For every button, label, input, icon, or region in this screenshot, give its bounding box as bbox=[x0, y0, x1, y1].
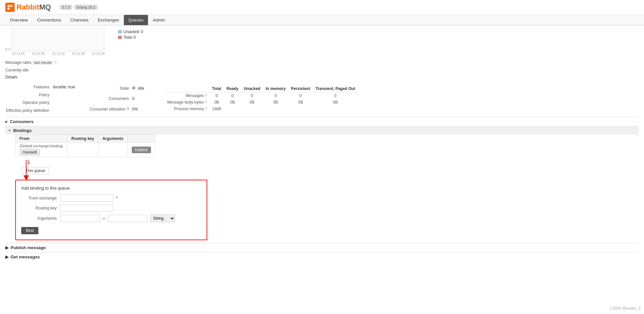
process-memory-unacked bbox=[241, 106, 263, 112]
binding-routing-cell bbox=[67, 143, 98, 157]
routing-key-label: Routing key: bbox=[21, 206, 58, 210]
msg-rates-question[interactable]: ? bbox=[55, 61, 57, 65]
state-value: idle bbox=[132, 83, 144, 93]
from-exchange-row: From exchange: * bbox=[21, 195, 201, 202]
svg-rect-2 bbox=[8, 8, 10, 10]
process-memory-inmemory bbox=[263, 106, 288, 112]
legend-dot-unacked bbox=[118, 30, 122, 33]
arguments-val-input[interactable] bbox=[108, 215, 148, 222]
from-exchange-input[interactable] bbox=[60, 195, 113, 202]
unbind-button[interactable]: Unbind bbox=[132, 147, 151, 153]
process-memory-ready bbox=[224, 106, 241, 112]
nav-admin[interactable]: Admin bbox=[148, 15, 170, 25]
required-indicator: * bbox=[116, 196, 118, 201]
nav-overview[interactable]: Overview bbox=[5, 15, 32, 25]
col-total: Total bbox=[209, 85, 224, 92]
col-inmemory: In memory bbox=[263, 85, 288, 92]
routing-key-input[interactable] bbox=[60, 204, 113, 212]
binding-maxwell-button[interactable]: maxwell bbox=[20, 149, 40, 156]
operator-policy-value bbox=[53, 99, 75, 107]
queue-stats-wrapper: Total Ready Unacked In memory Persistent… bbox=[165, 83, 358, 115]
chart-area bbox=[12, 28, 104, 51]
body-bytes-ready: 0B bbox=[224, 99, 241, 106]
legend-unacked-value: 0 bbox=[141, 29, 143, 34]
this-queue-label: This queue bbox=[22, 167, 49, 174]
consumer-utilisation-question[interactable]: ? bbox=[127, 107, 129, 112]
arrow-down-indicator: ⇓ bbox=[15, 157, 42, 167]
legend-total-value: 0 bbox=[133, 35, 136, 40]
nav-queues[interactable]: Queues bbox=[124, 15, 148, 25]
bindings-table: From Routing key Arguments (Default exch… bbox=[15, 135, 155, 157]
main-content: 0.0 15:11:50 15:12:00 15:12:10 15:12:20 … bbox=[0, 25, 644, 261]
messages-inmemory: 0 bbox=[263, 92, 288, 99]
logo-bold: MQ bbox=[39, 3, 51, 11]
table-row: (Default exchange binding) maxwell bbox=[16, 143, 155, 157]
get-messages-arrow-icon: ▶ bbox=[5, 254, 9, 259]
process-memory-persistent bbox=[288, 106, 313, 112]
bindings-arrow-icon: ▼ bbox=[8, 129, 11, 132]
messages-ready: 0 bbox=[224, 92, 241, 99]
arguments-key-input[interactable] bbox=[60, 215, 100, 222]
legend: Unacked 0 Total 0 bbox=[118, 29, 143, 41]
consumers-section-label: Consumers bbox=[10, 119, 34, 124]
currently-idle: Currently idle bbox=[5, 67, 639, 73]
svg-rect-1 bbox=[10, 5, 12, 7]
logo-icon bbox=[5, 3, 15, 12]
default-exchange-label: (Default exchange binding) bbox=[20, 144, 63, 148]
svg-rect-0 bbox=[8, 5, 10, 7]
bind-button[interactable]: Bind bbox=[21, 227, 38, 234]
messages-persistent: 0 bbox=[288, 92, 313, 99]
details-middle-table: State idle Consumers 0 Consumer utilisat… bbox=[89, 83, 145, 115]
x-label-1: 15:11:50 bbox=[12, 52, 25, 56]
details-left-table: Features durable: true Policy Operator p… bbox=[5, 83, 76, 115]
this-queue-indicator: This queue bbox=[22, 167, 639, 174]
chart-x-labels: 15:11:50 15:12:00 15:12:10 15:12:20 15:1… bbox=[12, 52, 105, 56]
routing-key-row: Routing key: bbox=[21, 204, 201, 212]
body-bytes-persistent: 0B bbox=[288, 99, 313, 106]
binding-col-routing: Routing key bbox=[67, 135, 98, 143]
nav-channels[interactable]: Channels bbox=[66, 15, 93, 25]
details-content: Features durable: true Policy Operator p… bbox=[5, 81, 639, 117]
state-text: idle bbox=[138, 86, 144, 91]
legend-total: Total 0 bbox=[118, 35, 143, 40]
nav-exchanges[interactable]: Exchanges bbox=[93, 15, 124, 25]
effective-policy-label: Effective policy definition bbox=[6, 107, 52, 114]
add-binding-title: Add binding to this queue bbox=[21, 186, 201, 191]
effective-policy-value bbox=[53, 107, 75, 114]
consumers-section-header[interactable]: ▶ Consumers bbox=[5, 117, 639, 126]
x-label-2: 15:12:00 bbox=[32, 52, 45, 56]
x-label-5: 15:12:30 bbox=[92, 52, 105, 56]
publish-message-section[interactable]: ▶ Publish message bbox=[5, 243, 639, 252]
nav-connections[interactable]: Connections bbox=[32, 15, 66, 25]
consumer-utilisation-label: Consumer utilisation ? bbox=[90, 104, 132, 114]
features-value: durable: true bbox=[53, 83, 75, 91]
get-messages-label: Get messages bbox=[11, 254, 40, 259]
process-memory-question[interactable]: ? bbox=[205, 107, 207, 111]
process-memory-total: 14kB bbox=[209, 106, 224, 112]
body-bytes-total: 0B bbox=[209, 99, 224, 106]
body-bytes-question[interactable]: ? bbox=[205, 101, 207, 104]
col-ready: Ready bbox=[224, 85, 241, 92]
messages-question[interactable]: ? bbox=[205, 94, 207, 98]
arguments-row: Arguments: = String Number Boolean bbox=[21, 214, 201, 222]
binding-args-cell bbox=[98, 143, 127, 157]
chart-container: 0.0 bbox=[5, 28, 105, 51]
binding-col-action bbox=[127, 135, 155, 143]
arguments-type-select[interactable]: String Number Boolean bbox=[150, 214, 175, 222]
get-messages-section[interactable]: ▶ Get messages bbox=[5, 252, 639, 261]
details-toggle[interactable]: Details bbox=[5, 73, 639, 81]
messages-unacked: 0 bbox=[241, 92, 263, 99]
binding-col-from: From bbox=[16, 135, 67, 143]
version-badge: 3.7.3 bbox=[60, 5, 72, 10]
idle-indicator bbox=[132, 86, 135, 90]
col-empty bbox=[165, 85, 209, 92]
messages-total: 0 bbox=[209, 92, 224, 99]
publish-arrow-icon: ▶ bbox=[5, 245, 9, 250]
equals-sign: = bbox=[103, 216, 105, 221]
bindings-section-header[interactable]: ▼ Bindings bbox=[5, 126, 639, 135]
consumers-label: Consumers bbox=[90, 94, 132, 104]
messages-label: Messages ? bbox=[165, 92, 209, 99]
chart-section: 0.0 15:11:50 15:12:00 15:12:10 15:12:20 … bbox=[5, 25, 639, 58]
logo: RabbitMQ bbox=[5, 3, 51, 12]
col-unacked: Unacked bbox=[241, 85, 263, 92]
